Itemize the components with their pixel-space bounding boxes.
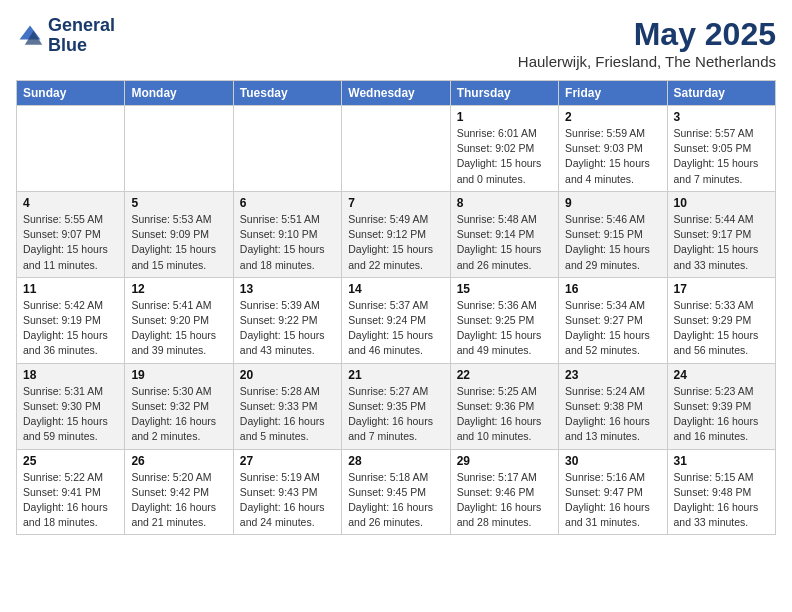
day-number: 8 — [457, 196, 552, 210]
day-number: 25 — [23, 454, 118, 468]
day-number: 10 — [674, 196, 769, 210]
day-detail: Sunrise: 5:51 AM Sunset: 9:10 PM Dayligh… — [240, 212, 335, 273]
calendar-cell — [17, 106, 125, 192]
calendar-week-row: 25Sunrise: 5:22 AM Sunset: 9:41 PM Dayli… — [17, 449, 776, 535]
day-detail: Sunrise: 5:18 AM Sunset: 9:45 PM Dayligh… — [348, 470, 443, 531]
month-year: May 2025 — [518, 16, 776, 53]
day-detail: Sunrise: 5:24 AM Sunset: 9:38 PM Dayligh… — [565, 384, 660, 445]
calendar-cell: 23Sunrise: 5:24 AM Sunset: 9:38 PM Dayli… — [559, 363, 667, 449]
calendar-header-row: SundayMondayTuesdayWednesdayThursdayFrid… — [17, 81, 776, 106]
day-number: 2 — [565, 110, 660, 124]
day-detail: Sunrise: 5:16 AM Sunset: 9:47 PM Dayligh… — [565, 470, 660, 531]
day-detail: Sunrise: 5:59 AM Sunset: 9:03 PM Dayligh… — [565, 126, 660, 187]
day-number: 22 — [457, 368, 552, 382]
calendar-week-row: 18Sunrise: 5:31 AM Sunset: 9:30 PM Dayli… — [17, 363, 776, 449]
calendar-cell: 22Sunrise: 5:25 AM Sunset: 9:36 PM Dayli… — [450, 363, 558, 449]
calendar-cell: 5Sunrise: 5:53 AM Sunset: 9:09 PM Daylig… — [125, 191, 233, 277]
day-number: 26 — [131, 454, 226, 468]
day-number: 15 — [457, 282, 552, 296]
day-of-week-header: Thursday — [450, 81, 558, 106]
day-detail: Sunrise: 5:37 AM Sunset: 9:24 PM Dayligh… — [348, 298, 443, 359]
day-detail: Sunrise: 5:17 AM Sunset: 9:46 PM Dayligh… — [457, 470, 552, 531]
title-block: May 2025 Haulerwijk, Friesland, The Neth… — [518, 16, 776, 70]
calendar-cell: 15Sunrise: 5:36 AM Sunset: 9:25 PM Dayli… — [450, 277, 558, 363]
calendar-cell: 14Sunrise: 5:37 AM Sunset: 9:24 PM Dayli… — [342, 277, 450, 363]
calendar-cell: 17Sunrise: 5:33 AM Sunset: 9:29 PM Dayli… — [667, 277, 775, 363]
day-detail: Sunrise: 5:31 AM Sunset: 9:30 PM Dayligh… — [23, 384, 118, 445]
logo-icon — [16, 22, 44, 50]
day-number: 13 — [240, 282, 335, 296]
day-number: 19 — [131, 368, 226, 382]
day-number: 17 — [674, 282, 769, 296]
calendar-table: SundayMondayTuesdayWednesdayThursdayFrid… — [16, 80, 776, 535]
day-number: 27 — [240, 454, 335, 468]
day-number: 31 — [674, 454, 769, 468]
calendar-week-row: 1Sunrise: 6:01 AM Sunset: 9:02 PM Daylig… — [17, 106, 776, 192]
calendar-cell: 18Sunrise: 5:31 AM Sunset: 9:30 PM Dayli… — [17, 363, 125, 449]
day-number: 7 — [348, 196, 443, 210]
day-detail: Sunrise: 5:33 AM Sunset: 9:29 PM Dayligh… — [674, 298, 769, 359]
day-number: 12 — [131, 282, 226, 296]
calendar-cell — [125, 106, 233, 192]
day-of-week-header: Saturday — [667, 81, 775, 106]
day-number: 18 — [23, 368, 118, 382]
day-number: 5 — [131, 196, 226, 210]
day-detail: Sunrise: 5:30 AM Sunset: 9:32 PM Dayligh… — [131, 384, 226, 445]
calendar-cell: 2Sunrise: 5:59 AM Sunset: 9:03 PM Daylig… — [559, 106, 667, 192]
day-number: 11 — [23, 282, 118, 296]
day-detail: Sunrise: 5:15 AM Sunset: 9:48 PM Dayligh… — [674, 470, 769, 531]
calendar-cell: 30Sunrise: 5:16 AM Sunset: 9:47 PM Dayli… — [559, 449, 667, 535]
logo: General Blue — [16, 16, 115, 56]
day-detail: Sunrise: 5:20 AM Sunset: 9:42 PM Dayligh… — [131, 470, 226, 531]
day-number: 20 — [240, 368, 335, 382]
day-detail: Sunrise: 5:53 AM Sunset: 9:09 PM Dayligh… — [131, 212, 226, 273]
calendar-cell: 26Sunrise: 5:20 AM Sunset: 9:42 PM Dayli… — [125, 449, 233, 535]
calendar-cell: 28Sunrise: 5:18 AM Sunset: 9:45 PM Dayli… — [342, 449, 450, 535]
day-detail: Sunrise: 5:46 AM Sunset: 9:15 PM Dayligh… — [565, 212, 660, 273]
day-number: 29 — [457, 454, 552, 468]
calendar-cell: 25Sunrise: 5:22 AM Sunset: 9:41 PM Dayli… — [17, 449, 125, 535]
calendar-week-row: 11Sunrise: 5:42 AM Sunset: 9:19 PM Dayli… — [17, 277, 776, 363]
day-of-week-header: Monday — [125, 81, 233, 106]
day-number: 30 — [565, 454, 660, 468]
calendar-cell: 16Sunrise: 5:34 AM Sunset: 9:27 PM Dayli… — [559, 277, 667, 363]
calendar-cell: 6Sunrise: 5:51 AM Sunset: 9:10 PM Daylig… — [233, 191, 341, 277]
day-number: 24 — [674, 368, 769, 382]
day-of-week-header: Friday — [559, 81, 667, 106]
day-of-week-header: Tuesday — [233, 81, 341, 106]
calendar-cell: 29Sunrise: 5:17 AM Sunset: 9:46 PM Dayli… — [450, 449, 558, 535]
day-number: 14 — [348, 282, 443, 296]
day-detail: Sunrise: 5:28 AM Sunset: 9:33 PM Dayligh… — [240, 384, 335, 445]
calendar-cell: 19Sunrise: 5:30 AM Sunset: 9:32 PM Dayli… — [125, 363, 233, 449]
day-of-week-header: Sunday — [17, 81, 125, 106]
day-detail: Sunrise: 5:57 AM Sunset: 9:05 PM Dayligh… — [674, 126, 769, 187]
calendar-cell: 11Sunrise: 5:42 AM Sunset: 9:19 PM Dayli… — [17, 277, 125, 363]
logo-text: General Blue — [48, 16, 115, 56]
day-number: 1 — [457, 110, 552, 124]
day-detail: Sunrise: 5:25 AM Sunset: 9:36 PM Dayligh… — [457, 384, 552, 445]
day-detail: Sunrise: 5:49 AM Sunset: 9:12 PM Dayligh… — [348, 212, 443, 273]
calendar-cell: 12Sunrise: 5:41 AM Sunset: 9:20 PM Dayli… — [125, 277, 233, 363]
day-number: 4 — [23, 196, 118, 210]
calendar-cell: 27Sunrise: 5:19 AM Sunset: 9:43 PM Dayli… — [233, 449, 341, 535]
day-number: 3 — [674, 110, 769, 124]
calendar-week-row: 4Sunrise: 5:55 AM Sunset: 9:07 PM Daylig… — [17, 191, 776, 277]
calendar-cell: 13Sunrise: 5:39 AM Sunset: 9:22 PM Dayli… — [233, 277, 341, 363]
day-number: 6 — [240, 196, 335, 210]
day-detail: Sunrise: 5:27 AM Sunset: 9:35 PM Dayligh… — [348, 384, 443, 445]
calendar-cell: 3Sunrise: 5:57 AM Sunset: 9:05 PM Daylig… — [667, 106, 775, 192]
day-number: 28 — [348, 454, 443, 468]
day-detail: Sunrise: 5:34 AM Sunset: 9:27 PM Dayligh… — [565, 298, 660, 359]
calendar-cell: 20Sunrise: 5:28 AM Sunset: 9:33 PM Dayli… — [233, 363, 341, 449]
location: Haulerwijk, Friesland, The Netherlands — [518, 53, 776, 70]
calendar-cell: 31Sunrise: 5:15 AM Sunset: 9:48 PM Dayli… — [667, 449, 775, 535]
day-of-week-header: Wednesday — [342, 81, 450, 106]
calendar-cell: 10Sunrise: 5:44 AM Sunset: 9:17 PM Dayli… — [667, 191, 775, 277]
day-number: 9 — [565, 196, 660, 210]
day-detail: Sunrise: 5:22 AM Sunset: 9:41 PM Dayligh… — [23, 470, 118, 531]
page-header: General Blue May 2025 Haulerwijk, Friesl… — [16, 16, 776, 70]
calendar-cell — [233, 106, 341, 192]
day-number: 16 — [565, 282, 660, 296]
day-number: 23 — [565, 368, 660, 382]
day-detail: Sunrise: 5:42 AM Sunset: 9:19 PM Dayligh… — [23, 298, 118, 359]
